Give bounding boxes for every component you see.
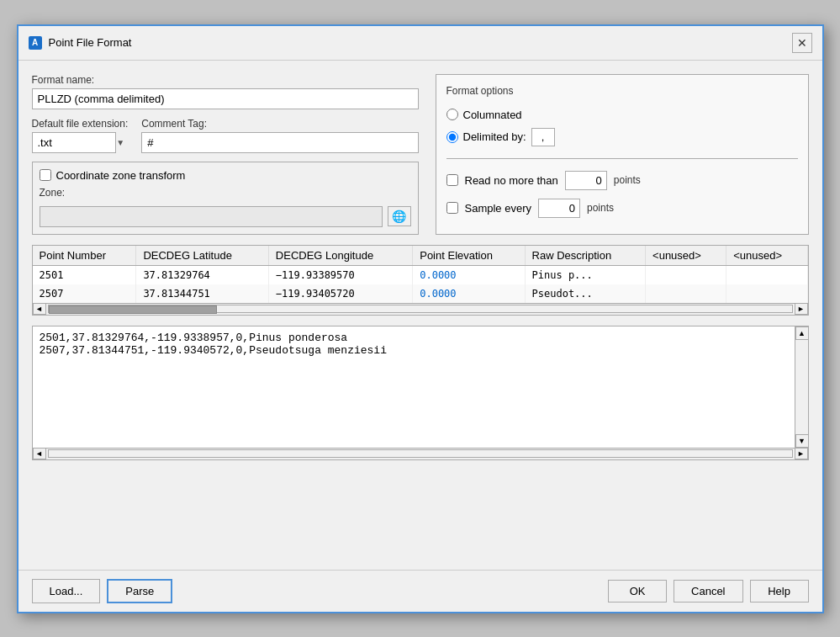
default-ext-label: Default file extension: — [32, 118, 129, 130]
raw-scroll-left-arrow[interactable]: ◄ — [33, 448, 46, 459]
ext-select-wrapper: .txt .csv .xyz ▼ — [32, 132, 129, 153]
col-header-description: Raw Description — [525, 246, 646, 266]
globe-icon: 🌐 — [392, 210, 406, 223]
delimited-label[interactable]: Delimited by: — [463, 130, 526, 143]
globe-button[interactable]: 🌐 — [388, 206, 411, 226]
coord-zone-checkbox[interactable] — [40, 169, 51, 181]
comment-tag-group: Comment Tag: — [141, 118, 418, 153]
cell-elevation: 0.0000 — [413, 265, 525, 284]
divider — [446, 158, 798, 159]
zone-input[interactable] — [40, 206, 383, 227]
cell-description: Pseudot... — [525, 284, 646, 303]
points-label-2: points — [587, 202, 614, 214]
read-no-more-row: Read no more than points — [446, 171, 798, 190]
format-name-group: Format name: — [32, 74, 419, 109]
coord-zone-group: Coordinate zone transform Zone: 🌐 — [32, 162, 419, 235]
zone-field-label: Zone: — [40, 187, 66, 199]
zone-input-row: 🌐 — [40, 206, 411, 227]
app-icon: A — [29, 36, 42, 50]
delimited-row: Delimited by: , — [446, 128, 798, 146]
columnated-row: Columnated — [446, 109, 798, 121]
scroll-right-arrow[interactable]: ► — [795, 303, 808, 315]
col-header-unused-2: <unused> — [726, 246, 807, 266]
scroll-left-arrow[interactable]: ◄ — [33, 303, 46, 315]
right-panel: Format options Columnated Delimited by: … — [436, 74, 809, 235]
ok-button[interactable]: OK — [608, 580, 667, 602]
cell-point-number: 2501 — [33, 265, 136, 284]
comment-tag-label: Comment Tag: — [141, 118, 418, 130]
raw-h-scrollbar-track[interactable] — [48, 449, 793, 458]
file-ext-group: Default file extension: .txt .csv .xyz ▼ — [32, 118, 129, 153]
raw-data-area: 2501,37.81329764,-119.9338957,0,Pinus po… — [32, 326, 809, 460]
table-horizontal-scrollbar[interactable]: ◄ ► — [33, 303, 808, 315]
format-name-input[interactable] — [32, 88, 419, 109]
cell-description: Pinus p... — [525, 265, 646, 284]
col-header-point-number: Point Number — [33, 246, 136, 266]
dialog-title: Point File Format — [49, 36, 132, 49]
cell-unused-1 — [646, 284, 726, 303]
title-bar: A Point File Format ✕ — [18, 26, 822, 61]
h-scroll-thumb[interactable] — [49, 305, 217, 314]
cell-elevation: 0.0000 — [413, 284, 525, 303]
load-button[interactable]: Load... — [32, 579, 101, 603]
dialog-body: Format name: Default file extension: .tx… — [18, 61, 822, 570]
columnated-label[interactable]: Columnated — [463, 109, 522, 121]
cell-latitude: 37.81329764 — [136, 265, 268, 284]
col-header-unused-1: <unused> — [646, 246, 726, 266]
zone-row: Zone: — [40, 187, 411, 201]
default-ext-select[interactable]: .txt .csv .xyz — [32, 132, 116, 153]
columnated-radio[interactable] — [446, 109, 458, 120]
cell-longitude: −119.93405720 — [268, 284, 412, 303]
raw-scroll-wrapper: 2501,37.81329764,-119.9338957,0,Pinus po… — [33, 326, 808, 448]
sample-every-label[interactable]: Sample every — [465, 202, 531, 215]
col-header-elevation: Point Elevation — [413, 246, 525, 266]
top-section: Format name: Default file extension: .tx… — [32, 74, 809, 235]
footer: Load... Parse OK Cancel Help — [18, 570, 822, 612]
cell-longitude: −119.93389570 — [268, 265, 412, 284]
coord-zone-label[interactable]: Coordinate zone transform — [56, 169, 186, 182]
table-row[interactable]: 2501 37.81329764 −119.93389570 0.0000 Pi… — [33, 265, 808, 284]
comment-tag-input[interactable] — [141, 132, 418, 153]
select-arrow-icon: ▼ — [116, 138, 124, 147]
footer-right: OK Cancel Help — [608, 580, 808, 602]
raw-data-content[interactable]: 2501,37.81329764,-119.9338957,0,Pinus po… — [33, 326, 795, 448]
dialog-window: A Point File Format ✕ Format name: Defau… — [17, 24, 824, 613]
sample-every-row: Sample every points — [446, 199, 798, 218]
delimiter-value: , — [542, 130, 545, 143]
delimited-radio[interactable] — [446, 131, 458, 143]
col-header-latitude: DECDEG Latitude — [136, 246, 268, 266]
sample-every-input[interactable] — [538, 199, 580, 218]
col-header-longitude: DECDEG Longitude — [268, 246, 412, 266]
format-name-label: Format name: — [32, 74, 419, 86]
scroll-down-arrow[interactable]: ▼ — [795, 434, 808, 448]
v-scroll-track[interactable] — [795, 340, 808, 434]
row-inputs: Default file extension: .txt .csv .xyz ▼… — [32, 118, 419, 153]
raw-scroll-right-arrow[interactable]: ► — [795, 448, 808, 459]
cell-unused-2 — [726, 265, 807, 284]
close-button[interactable]: ✕ — [792, 33, 812, 53]
format-options-title: Format options — [446, 85, 798, 97]
read-no-more-label[interactable]: Read no more than — [465, 174, 558, 187]
cell-unused-1 — [646, 265, 726, 284]
read-no-more-input[interactable] — [565, 171, 607, 190]
read-no-more-checkbox[interactable] — [446, 174, 458, 186]
left-panel: Format name: Default file extension: .tx… — [32, 74, 419, 235]
table-header-row: Point Number DECDEG Latitude DECDEG Long… — [33, 246, 808, 266]
points-label-1: points — [614, 174, 641, 186]
data-table: Point Number DECDEG Latitude DECDEG Long… — [33, 246, 808, 303]
data-table-container: Point Number DECDEG Latitude DECDEG Long… — [32, 245, 809, 316]
cell-unused-2 — [726, 284, 807, 303]
scroll-up-arrow[interactable]: ▲ — [795, 326, 808, 340]
table-row[interactable]: 2507 37.81344751 −119.93405720 0.0000 Ps… — [33, 284, 808, 303]
format-radio-group: Columnated Delimited by: , — [446, 109, 798, 146]
help-button[interactable]: Help — [750, 580, 809, 602]
delimiter-box: , — [531, 128, 555, 146]
sample-every-checkbox[interactable] — [446, 202, 458, 214]
parse-button[interactable]: Parse — [107, 579, 172, 603]
cell-latitude: 37.81344751 — [136, 284, 268, 303]
cancel-button[interactable]: Cancel — [674, 580, 742, 602]
cell-point-number: 2507 — [33, 284, 136, 303]
table-scroll-area[interactable]: Point Number DECDEG Latitude DECDEG Long… — [33, 246, 808, 303]
vertical-scrollbar[interactable]: ▲ ▼ — [795, 326, 808, 448]
raw-bottom-scrollbar[interactable]: ◄ ► — [33, 448, 808, 459]
